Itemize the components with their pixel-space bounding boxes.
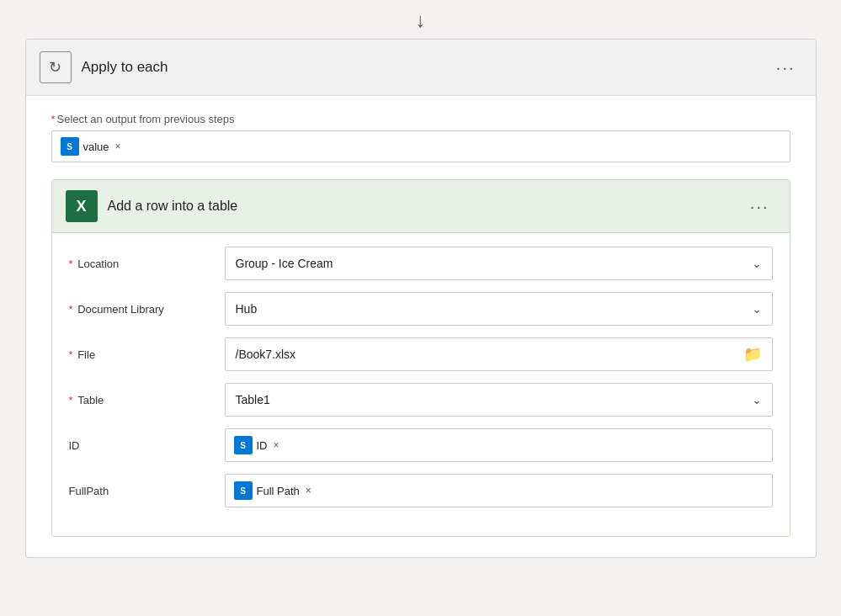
table-chevron-icon: ⌄ <box>752 393 762 406</box>
fullpath-row: FullPath S Full Path × <box>69 474 773 507</box>
main-container: ↓ ↻ Apply to each ··· *Select an output … <box>17 8 825 558</box>
fullpath-token-chip: S Full Path × <box>234 481 311 500</box>
location-row: * Location Group - Ice Cream ⌄ <box>69 247 773 280</box>
location-required: * <box>69 258 77 270</box>
inner-card-title: Add a row into a table <box>108 199 238 214</box>
output-token-input[interactable]: S value × <box>51 130 790 162</box>
fullpath-label: FullPath <box>69 485 225 497</box>
table-label: * Table <box>69 394 225 406</box>
id-token-field[interactable]: S ID × <box>225 428 773 462</box>
down-arrow-icon: ↓ <box>416 8 426 32</box>
location-chevron-icon: ⌄ <box>752 257 762 270</box>
file-control-wrapper: /Book7.xlsx 📁 <box>225 337 773 371</box>
id-token-label: ID <box>257 439 268 452</box>
document-library-label: * Document Library <box>69 303 225 316</box>
value-token: S value × <box>61 137 121 156</box>
id-row: ID S ID × <box>69 428 773 462</box>
inner-card-body: * Location Group - Ice Cream ⌄ * Docum <box>52 233 790 536</box>
select-output-label: *Select an output from previous steps <box>51 113 790 125</box>
id-sp-icon: S <box>234 436 253 454</box>
fullpath-sp-icon: S <box>234 481 253 500</box>
table-control: Table1 ⌄ <box>225 383 773 417</box>
apply-icon: ↻ <box>40 51 72 83</box>
apply-ellipsis-button[interactable]: ··· <box>769 55 802 81</box>
doc-lib-chevron-icon: ⌄ <box>752 302 762 316</box>
value-token-close[interactable]: × <box>115 141 121 152</box>
folder-icon[interactable]: 📁 <box>743 345 762 364</box>
table-required: * <box>69 394 77 406</box>
fullpath-control: S Full Path × <box>225 474 773 507</box>
document-library-value: Hub <box>236 302 258 316</box>
file-value: /Book7.xlsx <box>236 348 296 361</box>
document-library-control: Hub ⌄ <box>225 292 773 326</box>
file-row: * File /Book7.xlsx 📁 <box>69 337 773 371</box>
location-label: * Location <box>69 258 225 270</box>
fullpath-token-label: Full Path <box>257 485 300 497</box>
apply-header-left: ↻ Apply to each <box>40 51 168 83</box>
apply-title: Apply to each <box>82 59 168 76</box>
apply-body: *Select an output from previous steps S … <box>26 96 816 557</box>
file-input[interactable]: /Book7.xlsx 📁 <box>225 337 773 371</box>
excel-icon: X <box>66 190 98 222</box>
location-dropdown[interactable]: Group - Ice Cream ⌄ <box>225 247 773 280</box>
id-control: S ID × <box>225 428 773 462</box>
add-row-card: X Add a row into a table ··· * Location … <box>51 179 790 537</box>
id-token-chip: S ID × <box>234 436 279 454</box>
apply-to-each-block: ↻ Apply to each ··· *Select an output fr… <box>25 39 817 558</box>
value-token-label: value <box>83 141 109 153</box>
fullpath-token-field[interactable]: S Full Path × <box>225 474 773 507</box>
refresh-icon: ↻ <box>49 58 61 77</box>
table-row: * Table Table1 ⌄ <box>69 383 773 417</box>
document-library-dropdown[interactable]: Hub ⌄ <box>225 292 773 326</box>
table-dropdown[interactable]: Table1 ⌄ <box>225 383 773 417</box>
required-asterisk: * <box>51 113 56 125</box>
location-value: Group - Ice Cream <box>236 257 333 270</box>
inner-card-header: X Add a row into a table ··· <box>52 180 790 233</box>
document-library-row: * Document Library Hub ⌄ <box>69 292 773 326</box>
sharepoint-icon: S <box>61 137 79 156</box>
inner-header-left: X Add a row into a table <box>66 190 238 222</box>
fullpath-token-close[interactable]: × <box>306 485 311 497</box>
file-required: * <box>69 348 77 361</box>
id-token-close[interactable]: × <box>274 439 279 451</box>
id-label: ID <box>69 439 225 452</box>
file-label: * File <box>69 348 225 361</box>
table-value: Table1 <box>236 393 270 406</box>
doc-lib-required: * <box>69 303 77 316</box>
inner-card-ellipsis-button[interactable]: ··· <box>743 194 776 220</box>
location-control: Group - Ice Cream ⌄ <box>225 247 773 280</box>
apply-header: ↻ Apply to each ··· <box>26 40 816 96</box>
